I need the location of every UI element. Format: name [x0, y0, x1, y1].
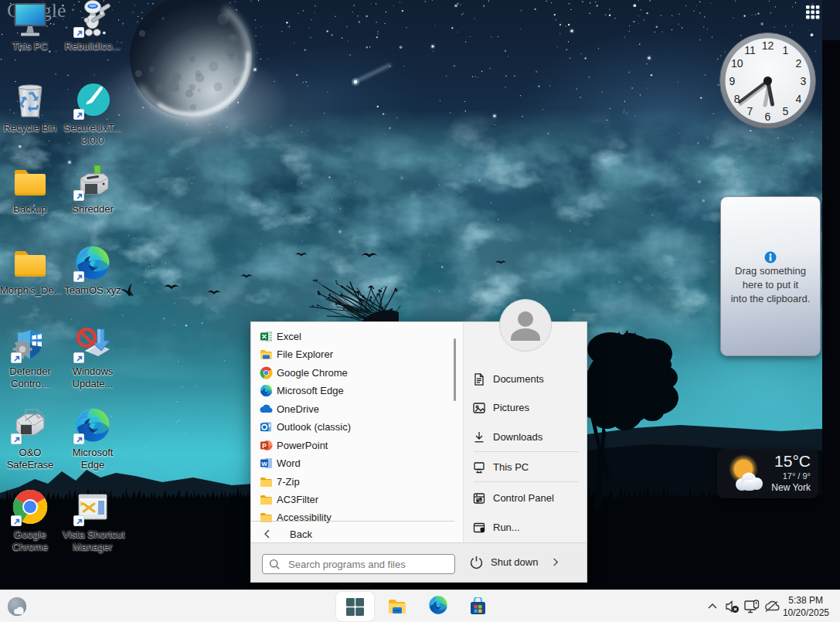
svg-text:11: 11 [744, 44, 756, 56]
svg-text:9: 9 [729, 75, 736, 87]
svg-text:2: 2 [795, 57, 801, 70]
svg-text:P: P [262, 441, 267, 449]
svg-text:12: 12 [762, 39, 774, 52]
svg-text:10: 10 [731, 57, 743, 70]
svg-text:1: 1 [783, 44, 789, 56]
svg-text:6: 6 [765, 110, 771, 123]
svg-text:W: W [261, 461, 267, 467]
svg-text:4: 4 [795, 93, 801, 105]
svg-text:7: 7 [747, 105, 753, 117]
svg-text:5: 5 [783, 105, 789, 117]
svg-text:3: 3 [801, 75, 807, 87]
